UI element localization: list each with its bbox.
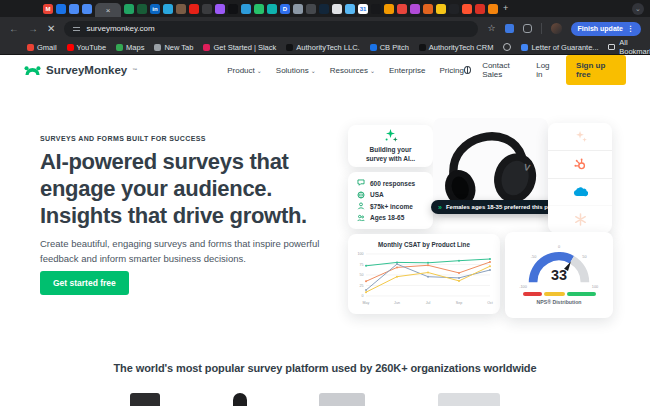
bookmark-item[interactable]: Letter of Guarante...: [521, 43, 598, 52]
zoom-window-button[interactable]: [28, 5, 35, 12]
pinned-tab-icon[interactable]: [215, 4, 225, 14]
sign-up-free-button[interactable]: Sign up free: [566, 55, 626, 85]
stat-row: Ages 18-65: [357, 214, 424, 222]
get-started-free-button[interactable]: Get started free: [40, 271, 129, 295]
pinned-tab-icon[interactable]: [202, 4, 212, 14]
gmail-icon[interactable]: M: [43, 4, 53, 14]
svg-text:-100: -100: [519, 285, 527, 289]
close-window-button[interactable]: [6, 5, 13, 12]
bookmark-item[interactable]: [503, 43, 511, 51]
all-bookmarks-button[interactable]: All Bookmarks: [608, 38, 650, 56]
url-text[interactable]: surveymonkey.com: [86, 24, 154, 33]
bookmark-favicon: [203, 44, 210, 51]
pinned-tab-icon[interactable]: [124, 4, 134, 14]
pinned-tab-icon[interactable]: [397, 4, 407, 14]
pinned-tab-icon[interactable]: [293, 4, 303, 14]
profile-avatar[interactable]: [551, 23, 562, 34]
bookmark-favicon: [503, 43, 511, 51]
log-in-link[interactable]: Log in: [536, 61, 555, 79]
linkedin-icon[interactable]: in: [150, 4, 160, 14]
nav-link-label: Enterprise: [389, 66, 425, 75]
nav-right: Contact Sales Log in Sign up free: [464, 55, 626, 85]
docs-icon[interactable]: [82, 4, 92, 14]
bookmark-item[interactable]: AuthorityTech LLC.: [286, 43, 359, 52]
pinned-tab-icon[interactable]: [423, 4, 433, 14]
pinned-tab-icon[interactable]: [462, 4, 472, 14]
minimize-window-button[interactable]: [17, 5, 24, 12]
pinned-tab-icon[interactable]: [410, 4, 420, 14]
svg-text:0: 0: [362, 294, 364, 298]
bookmark-item[interactable]: Gmail: [27, 43, 57, 52]
side-panel-icon[interactable]: [523, 24, 532, 33]
extension-icon[interactable]: [505, 24, 514, 33]
svg-text:-50: -50: [531, 255, 537, 259]
csat-line-chart: 0255075100MayJunJulSepOct: [353, 249, 495, 307]
pinned-tab-icon[interactable]: [475, 4, 485, 14]
pinned-tab-icon[interactable]: [56, 4, 66, 14]
pinned-tab-icon[interactable]: [254, 4, 264, 14]
nps-segment: [544, 292, 566, 296]
pinned-tab-icon[interactable]: [436, 4, 446, 14]
address-bar[interactable]: surveymonkey.com: [64, 21, 478, 37]
surveymonkey-logo[interactable]: SurveyMonkey™: [24, 64, 137, 76]
forward-icon[interactable]: →: [28, 24, 38, 34]
stat-row: USA: [357, 191, 424, 199]
chevron-down-icon: ⌄: [311, 67, 316, 74]
youtube-icon[interactable]: [189, 4, 199, 14]
asterisk-icon: [548, 205, 612, 233]
pinned-tab-icon[interactable]: [332, 4, 342, 14]
nav-link-enterprise[interactable]: Enterprise: [389, 66, 425, 75]
pinned-tab-icon[interactable]: [345, 4, 355, 14]
bookmark-item[interactable]: AuthorityTech CRM: [419, 43, 494, 52]
pinned-tab-icon[interactable]: [384, 4, 394, 14]
docs-icon[interactable]: [69, 4, 79, 14]
pinned-tab-icon[interactable]: [176, 4, 186, 14]
chat-icon: [357, 179, 365, 187]
pinned-tab-icon[interactable]: [319, 4, 329, 14]
bookmark-item[interactable]: New Tab: [154, 43, 193, 52]
svg-text:Jun: Jun: [394, 301, 400, 305]
site-info-icon[interactable]: [73, 27, 80, 31]
chevron-down-icon: ⌄: [370, 67, 375, 74]
calendar-icon[interactable]: 31: [358, 4, 368, 14]
audience-stats-card: 600 responsesUSA$75k+ incomeAges 18-65: [348, 172, 433, 229]
bookmark-item[interactable]: Maps: [116, 43, 144, 52]
pinned-tab-icon[interactable]: [488, 4, 498, 14]
bookmark-item[interactable]: CB Pitch: [370, 43, 409, 52]
tab-search-icon[interactable]: ⌄: [632, 3, 644, 15]
back-icon[interactable]: ←: [9, 24, 19, 34]
bookmark-favicon: [67, 44, 74, 51]
new-tab-button[interactable]: +: [503, 4, 508, 13]
bookmark-favicon: [370, 44, 377, 51]
contact-sales-link[interactable]: Contact Sales: [482, 61, 525, 79]
svg-text:50: 50: [360, 273, 364, 277]
language-globe-icon[interactable]: [464, 66, 471, 74]
pinned-tab-icon[interactable]: D: [280, 4, 290, 14]
nav-link-pricing[interactable]: Pricing: [440, 66, 464, 75]
pinned-tab-icon[interactable]: [267, 4, 277, 14]
browser-menu-icon[interactable]: ⋮: [627, 25, 634, 33]
bookmark-label: Gmail: [37, 43, 57, 52]
bookmark-label: CB Pitch: [380, 43, 409, 52]
nav-link-label: Product: [227, 66, 255, 75]
browser-toolbar: ← → ✕ surveymonkey.com ☆ Finish update ⋮: [0, 17, 650, 40]
nav-link-resources[interactable]: Resources⌄: [330, 66, 375, 75]
bookmark-star-icon[interactable]: ☆: [487, 24, 495, 33]
pinned-tab-icon[interactable]: [137, 4, 147, 14]
hero-illustration: Building your survey with AI... 600 resp…: [345, 118, 615, 320]
nav-link-product[interactable]: Product⌄: [227, 66, 262, 75]
active-tab[interactable]: ×: [95, 3, 121, 17]
bookmark-favicon: [154, 44, 161, 51]
pinned-tab-icon[interactable]: [371, 4, 381, 14]
bookmark-item[interactable]: Get Started | Slack: [203, 43, 276, 52]
nav-link-solutions[interactable]: Solutions⌄: [276, 66, 316, 75]
pinned-tab-icon[interactable]: [228, 4, 238, 14]
telegram-icon[interactable]: [163, 4, 173, 14]
finish-update-button[interactable]: Finish update ⋮: [571, 22, 642, 36]
pinned-tab-icon[interactable]: [449, 4, 459, 14]
bookmark-favicon: [116, 44, 123, 51]
pinned-tab-icon[interactable]: [241, 4, 251, 14]
bookmark-item[interactable]: YouTube: [67, 43, 106, 52]
pinned-tab-icon[interactable]: [306, 4, 316, 14]
stop-icon[interactable]: ✕: [47, 24, 55, 34]
